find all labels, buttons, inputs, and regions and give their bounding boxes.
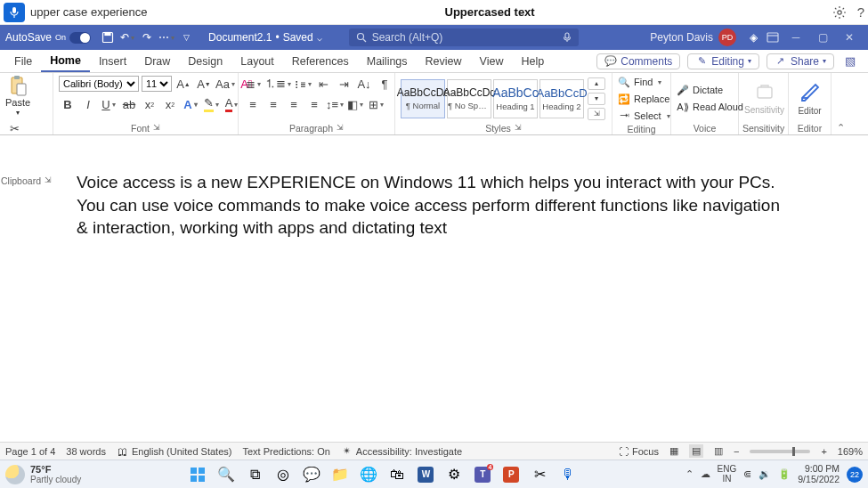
- justify-button[interactable]: ≡: [305, 95, 323, 113]
- style-heading2[interactable]: AaBbCcDHeading 2: [539, 79, 584, 118]
- settings-icon[interactable]: [832, 5, 847, 20]
- decrease-font-button[interactable]: A▼: [195, 75, 213, 93]
- mic-icon[interactable]: [563, 32, 572, 43]
- tab-home[interactable]: Home: [41, 50, 90, 72]
- numbering-button[interactable]: ⒈≣: [264, 75, 291, 93]
- toggle-switch[interactable]: [69, 32, 91, 44]
- help-icon[interactable]: ?: [857, 4, 864, 20]
- tab-review[interactable]: Review: [417, 50, 471, 72]
- increase-indent-button[interactable]: ⇥: [335, 75, 353, 93]
- tab-draw[interactable]: Draw: [135, 50, 179, 72]
- word-count[interactable]: 38 words: [66, 446, 106, 457]
- document-title[interactable]: Document2.1 • Saved ⌵: [208, 31, 322, 44]
- page-indicator[interactable]: Page 1 of 4: [5, 446, 55, 457]
- italic-button[interactable]: I: [79, 95, 97, 113]
- tab-references[interactable]: References: [283, 50, 358, 72]
- qat-customize-button[interactable]: ▽: [176, 28, 196, 47]
- language-indicator-tray[interactable]: ENGIN: [718, 465, 737, 484]
- tray-overflow[interactable]: ⌃: [685, 468, 694, 480]
- widgets-button[interactable]: ◎: [272, 463, 295, 486]
- wifi-icon[interactable]: ⋐: [743, 468, 751, 480]
- style-normal[interactable]: AaBbCcDc¶ Normal: [401, 79, 445, 118]
- zoom-level[interactable]: 169%: [838, 446, 863, 457]
- style-no-spacing[interactable]: AaBbCcDc¶ No Spac...: [447, 79, 491, 118]
- print-layout-button[interactable]: ▤: [689, 444, 703, 458]
- present-icon[interactable]: ▧: [841, 53, 859, 70]
- volume-icon[interactable]: 🔉: [758, 468, 771, 480]
- start-button[interactable]: [186, 463, 209, 486]
- styles-expand[interactable]: ⇲: [588, 108, 605, 120]
- bullets-button[interactable]: ≣: [244, 75, 262, 93]
- align-left-button[interactable]: ≡: [244, 95, 262, 113]
- multilevel-button[interactable]: ⫶≣: [294, 75, 312, 93]
- word-app-button[interactable]: W: [414, 463, 437, 486]
- weather-widget[interactable]: 75°F Partly cloudy: [5, 464, 81, 484]
- voice-access-app-button[interactable]: 🎙: [556, 463, 580, 486]
- editor-button[interactable]: Editor: [794, 75, 825, 122]
- language-indicator[interactable]: 🕮English (United States): [117, 445, 232, 458]
- font-size-select[interactable]: 11: [142, 76, 172, 92]
- replace-button[interactable]: 🔁Replace: [618, 92, 669, 106]
- align-right-button[interactable]: ≡: [285, 95, 303, 113]
- file-explorer-button[interactable]: 📁: [329, 463, 352, 486]
- save-icon[interactable]: [98, 28, 118, 47]
- maximize-button[interactable]: ▢: [809, 25, 836, 50]
- borders-button[interactable]: ⊞: [367, 95, 385, 113]
- tab-insert[interactable]: Insert: [90, 50, 135, 72]
- task-view-button[interactable]: ⧉: [243, 463, 266, 486]
- read-mode-button[interactable]: ▦: [669, 445, 678, 457]
- read-aloud-button[interactable]: A⟫Read Aloud: [677, 100, 743, 114]
- subscript-button[interactable]: x2: [141, 95, 158, 113]
- shading-button[interactable]: ◧: [346, 95, 364, 113]
- minimize-button[interactable]: ─: [783, 25, 809, 50]
- zoom-slider[interactable]: [750, 450, 810, 453]
- text-predictions-indicator[interactable]: Text Predictions: On: [242, 446, 329, 457]
- undo-button[interactable]: ↶: [118, 28, 137, 47]
- share-button[interactable]: ↗Share▾: [767, 53, 834, 69]
- zoom-out-button[interactable]: −: [734, 446, 739, 457]
- microphone-icon[interactable]: [4, 3, 25, 22]
- decrease-indent-button[interactable]: ⇤: [314, 75, 332, 93]
- notification-badge[interactable]: 22: [847, 467, 863, 483]
- find-button[interactable]: 🔍Find: [618, 75, 661, 89]
- bold-button[interactable]: B: [59, 95, 77, 113]
- superscript-button[interactable]: x2: [161, 95, 179, 113]
- document-body[interactable]: Voice access is a new EXPERIENCE on Wind…: [0, 135, 868, 240]
- paste-button[interactable]: Paste ▾: [5, 75, 30, 117]
- sensitivity-button[interactable]: Sensitivity: [744, 75, 783, 122]
- ribbon-mode-icon[interactable]: [763, 28, 783, 47]
- store-button[interactable]: 🛍: [385, 463, 409, 486]
- comments-button[interactable]: 💬Comments: [596, 53, 680, 69]
- styles-scroll-down[interactable]: ▾: [588, 93, 605, 105]
- select-button[interactable]: ⭲Select: [618, 109, 670, 123]
- tab-design[interactable]: Design: [179, 50, 231, 72]
- powerpoint-app-button[interactable]: P: [499, 463, 523, 486]
- zoom-in-button[interactable]: +: [821, 446, 826, 457]
- snip-app-button[interactable]: ✂: [528, 463, 551, 486]
- user-name[interactable]: Peyton Davis: [650, 31, 713, 44]
- align-center-button[interactable]: ≡: [264, 95, 282, 113]
- qat-more-button[interactable]: ⋯: [157, 28, 176, 47]
- tab-mailings[interactable]: Mailings: [358, 50, 417, 72]
- cut-button[interactable]: ✂: [5, 119, 23, 137]
- redo-button[interactable]: ↷: [137, 28, 157, 47]
- line-spacing-button[interactable]: ↕≡: [326, 95, 344, 113]
- sort-button[interactable]: A↓: [355, 75, 373, 93]
- styles-scroll-up[interactable]: ▴: [588, 77, 605, 90]
- tab-file[interactable]: File: [5, 50, 41, 72]
- search-box[interactable]: Search (Alt+Q): [349, 28, 579, 46]
- dictate-button[interactable]: 🎤Dictate: [677, 83, 723, 97]
- font-family-select[interactable]: Calibri (Body): [59, 76, 139, 92]
- edge-button[interactable]: 🌐: [357, 463, 380, 486]
- focus-mode-button[interactable]: ⛶Focus: [617, 445, 659, 458]
- document-area[interactable]: Voice access is a new EXPERIENCE on Wind…: [0, 135, 868, 442]
- ribbon-collapse[interactable]: ⌃: [831, 73, 849, 134]
- search-button[interactable]: 🔍: [215, 463, 238, 486]
- close-button[interactable]: ✕: [836, 25, 863, 50]
- onedrive-icon[interactable]: ☁: [701, 468, 710, 480]
- font-color-button[interactable]: A: [223, 95, 240, 113]
- diamond-icon[interactable]: ◈: [743, 28, 763, 47]
- tab-view[interactable]: View: [471, 50, 513, 72]
- clock[interactable]: 9:00 PM9/15/2022: [798, 464, 840, 484]
- chat-button[interactable]: 💬: [300, 463, 323, 486]
